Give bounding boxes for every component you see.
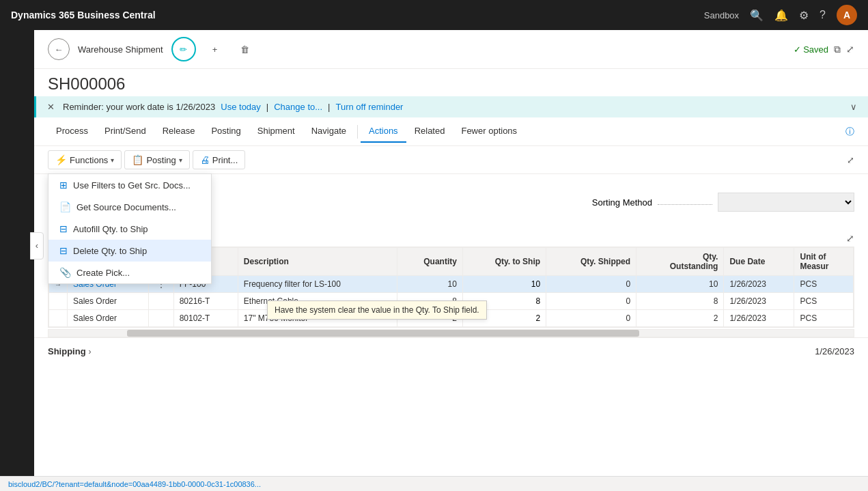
menu-item-delete-qty[interactable]: ⊟ Delete Qty. to Ship [48,240,211,262]
row-menu [148,310,173,327]
horizontal-scrollbar[interactable] [48,329,854,337]
reminder-turn-off[interactable]: Turn off reminder [335,102,403,112]
action-print-send[interactable]: Print/Send [96,120,154,143]
top-nav-left: Dynamics 365 Business Central [11,10,156,20]
action-related[interactable]: Related [406,120,453,143]
row-arrow [49,293,68,310]
row-qty-outstanding: 8 [636,293,724,310]
row-item-no: 80102-T [173,310,238,327]
col-quantity[interactable]: Quantity [397,248,462,276]
functions-dropdown: ⊞ Use Filters to Get Src. Docs... 📄 Get … [48,173,212,284]
sorting-dots [658,199,712,205]
row-due-date: 1/26/2023 [724,310,794,327]
row-qty-shipped: 0 [546,310,636,327]
menu-item-get-source[interactable]: 📄 Get Source Documents... [48,196,211,218]
sorting-select[interactable] [718,193,854,212]
row-qty-shipped: 0 [546,293,636,310]
top-nav-right: Sandbox 🔍 🔔 ⚙ ? A [704,5,857,25]
notification-icon[interactable]: 🔔 [774,9,788,22]
create-pick-icon: 📎 [59,267,71,278]
saved-indicator: ✓ Saved [794,44,828,55]
delete-button[interactable]: 🗑 [234,38,256,60]
action-shipment[interactable]: Shipment [249,120,303,143]
page-container: ‹ ← Warehouse Shipment ✏ + 🗑 ✓ Saved ⧉ ⤢… [0,30,868,491]
status-bar: biscloud2/BC/?tenant=default&node=00aa44… [0,476,868,491]
row-source: Sales Order [68,293,149,310]
posting-arrow-icon: ▾ [179,156,182,164]
menu-item-create-pick[interactable]: 📎 Create Pick... [48,262,211,283]
row-qty-to-ship[interactable] [462,276,546,293]
print-label: Print... [212,155,238,165]
sorting-area: Sorting Method [592,193,854,212]
reminder-change-to[interactable]: Change to... [274,102,322,112]
top-navigation: Dynamics 365 Business Central Sandbox 🔍 … [0,0,868,30]
autofill-icon: ⊟ [59,223,68,234]
col-description[interactable]: Description [238,248,397,276]
header-actions: ✓ Saved ⧉ ⤢ [794,44,854,55]
posting-label: Posting [146,155,176,165]
print-button[interactable]: 🖨 Print... [193,150,246,169]
reminder-sep2: | [328,102,330,112]
breadcrumb: Warehouse Shipment [78,44,163,55]
reminder-text: Reminder: your work date is 1/26/2023 [63,102,215,112]
col-qty-to-ship[interactable]: Qty. to Ship [462,248,546,276]
sidebar-toggle[interactable]: ‹ [30,232,44,259]
row-quantity: 10 [397,276,462,293]
action-navigate[interactable]: Navigate [303,120,354,143]
add-button[interactable]: + [204,38,226,60]
row-arrow [49,310,68,327]
search-icon[interactable]: 🔍 [750,9,764,22]
environment-label: Sandbox [704,10,739,20]
action-posting[interactable]: Posting [203,120,249,143]
back-button[interactable]: ← [48,38,70,60]
expand-lines-icon[interactable]: ⤢ [847,155,854,165]
functions-button[interactable]: ⚡ Functions ▾ [48,150,122,169]
shipping-header[interactable]: Shipping › 1/26/2023 [48,346,854,356]
reminder-close[interactable]: ✕ [47,102,55,112]
row-uom: PCS [794,293,854,310]
menu-item-create-pick-label: Create Pick... [76,268,130,278]
functions-icon: ⚡ [55,154,67,165]
action-fewer-options[interactable]: Fewer options [453,120,525,143]
tooltip-box: Have the system clear the value in the Q… [267,300,487,320]
help-icon[interactable]: ? [820,9,826,21]
col-uom[interactable]: Unit ofMeasur [794,248,854,276]
expand-icon[interactable]: ⤢ [846,44,854,55]
action-actions[interactable]: Actions [361,120,406,143]
expand-table-icon[interactable]: ⤢ [846,233,854,244]
app-brand: Dynamics 365 Business Central [11,10,156,20]
functions-arrow-icon: ▾ [111,156,114,164]
col-due-date[interactable]: Due Date [724,248,794,276]
row-due-date: 1/26/2023 [724,293,794,310]
row-menu [148,293,173,310]
col-qty-shipped[interactable]: Qty. Shipped [546,248,636,276]
row-qty-shipped: 0 [546,276,636,293]
action-bar: Process Print/Send Release Posting Shipm… [34,117,868,146]
record-id: SH000006 [34,69,868,96]
action-release[interactable]: Release [154,120,204,143]
record-header: ← Warehouse Shipment ✏ + 🗑 ✓ Saved ⧉ ⤢ [34,30,868,69]
user-avatar[interactable]: A [837,5,857,25]
posting-button[interactable]: 📋 Posting ▾ [124,150,189,169]
print-icon: 🖨 [200,154,210,165]
col-qty-outstanding[interactable]: Qty.Outstanding [636,248,724,276]
scroll-thumb[interactable] [127,330,639,337]
menu-item-delete-qty-label: Delete Qty. to Ship [73,246,147,256]
settings-icon[interactable]: ⚙ [799,9,809,22]
info-icon[interactable]: ⓘ [845,126,854,138]
edit-button[interactable]: ✏ [171,37,196,61]
delete-qty-icon: ⊟ [59,245,68,256]
row-due-date: 1/26/2023 [724,276,794,293]
action-process[interactable]: Process [48,120,96,143]
reminder-chevron[interactable]: ∨ [850,102,857,112]
menu-item-use-filters-label: Use Filters to Get Src. Docs... [73,180,191,191]
sub-action-bar: ⚡ Functions ▾ 📋 Posting ▾ 🖨 Print... ⤢ ⊞… [34,146,868,174]
shipping-section: Shipping › 1/26/2023 [34,337,868,365]
menu-item-autofill[interactable]: ⊟ Autofill Qty. to Ship [48,218,211,240]
menu-item-use-filters[interactable]: ⊞ Use Filters to Get Src. Docs... [48,174,211,196]
menu-item-autofill-label: Autofill Qty. to Ship [73,224,148,234]
tooltip-text: Have the system clear the value in the Q… [275,305,479,315]
reminder-use-today[interactable]: Use today [221,102,261,112]
open-window-icon[interactable]: ⧉ [834,44,841,55]
sorting-label: Sorting Method [592,197,652,208]
